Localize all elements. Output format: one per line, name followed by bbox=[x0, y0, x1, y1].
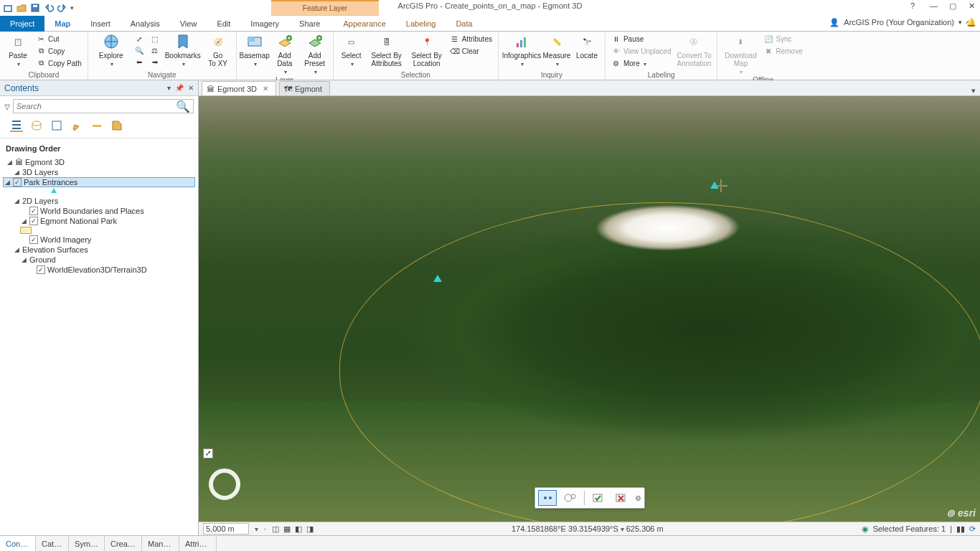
select-by-loc-button[interactable]: 📍Select By Location bbox=[408, 33, 446, 67]
point-tool-icon[interactable] bbox=[538, 490, 557, 506]
zoom-full-icon[interactable]: ⤢ bbox=[133, 33, 146, 44]
tab-analysis[interactable]: Analysis bbox=[121, 16, 170, 32]
layer-world-imagery[interactable]: ✓World Imagery bbox=[3, 235, 195, 245]
tab-view[interactable]: View bbox=[170, 16, 207, 32]
measure-button[interactable]: 📏Measure bbox=[543, 33, 570, 68]
redo-icon[interactable] bbox=[57, 2, 68, 14]
corrections-icon[interactable]: ◨ bbox=[306, 524, 314, 534]
layer-world-boundaries[interactable]: ✓World Boundaries and Places bbox=[3, 206, 195, 216]
tab-share[interactable]: Share bbox=[289, 16, 330, 32]
end-tool-icon[interactable] bbox=[561, 490, 580, 506]
list-by-snapping-icon[interactable] bbox=[90, 119, 103, 132]
checkbox[interactable]: ✓ bbox=[29, 235, 38, 244]
prev-extent-icon[interactable]: ⬅ bbox=[133, 56, 146, 67]
view-menu-icon[interactable]: ▾ bbox=[967, 86, 980, 95]
layer-egmont-np[interactable]: ◢✓Egmont National Park bbox=[3, 216, 195, 226]
cancel-tool-icon[interactable] bbox=[612, 490, 631, 506]
egmont-np-symbol[interactable] bbox=[3, 226, 195, 235]
grid-icon[interactable]: ▦ bbox=[283, 524, 291, 534]
new-project-icon[interactable] bbox=[2, 2, 14, 14]
open-project-icon[interactable] bbox=[16, 2, 27, 14]
list-by-labeling-icon[interactable] bbox=[110, 119, 123, 132]
scale-input[interactable]: 5,000 m bbox=[203, 523, 249, 534]
close-panel-icon[interactable]: ✕ bbox=[188, 84, 194, 92]
btab-attributes[interactable]: Attribut... bbox=[179, 536, 217, 552]
group-3d-layers[interactable]: ◢3D Layers bbox=[3, 167, 195, 177]
zoom-scale-icon[interactable]: ⚖ bbox=[149, 44, 161, 56]
float-icon[interactable]: ▾ bbox=[167, 84, 171, 92]
list-by-editing-icon[interactable] bbox=[70, 119, 83, 132]
sync-button[interactable]: 🔄Sync bbox=[762, 33, 804, 44]
add-data-button[interactable]: Add Data bbox=[271, 33, 298, 76]
pause-labels-button[interactable]: ⏸Pause bbox=[610, 33, 673, 44]
btab-symbology[interactable]: Symbol... bbox=[69, 536, 105, 552]
btab-catalog[interactable]: Catalog bbox=[36, 536, 69, 552]
btab-manage[interactable]: Manage... bbox=[142, 536, 179, 552]
tab-map[interactable]: Map bbox=[44, 16, 80, 32]
tab-project[interactable]: Project bbox=[0, 16, 44, 32]
close-tab-icon[interactable]: ✕ bbox=[263, 85, 268, 93]
tab-labeling[interactable]: Labeling bbox=[396, 16, 446, 32]
list-by-source-icon[interactable] bbox=[30, 119, 43, 132]
basemap-button[interactable]: Basemap bbox=[241, 33, 268, 68]
toolbar-settings-icon[interactable]: ⚙ bbox=[635, 494, 641, 502]
list-by-drawing-icon[interactable] bbox=[10, 119, 23, 132]
scene-node[interactable]: ◢🏛Egmont 3D bbox=[3, 157, 195, 167]
zoom-sel-icon[interactable]: ⬚ bbox=[149, 33, 161, 44]
snapping-icon[interactable]: ◧ bbox=[295, 524, 302, 534]
help-icon[interactable]: ? bbox=[910, 1, 919, 10]
scale-dropdown-icon[interactable]: ▾ bbox=[255, 525, 258, 533]
bookmarks-button[interactable]: Bookmarks bbox=[164, 33, 202, 68]
feature-marker[interactable] bbox=[433, 275, 442, 282]
zoom-fixed-icon[interactable]: 🔍 bbox=[133, 44, 146, 56]
scene-navigator[interactable] bbox=[209, 468, 240, 500]
close-icon[interactable]: ✕ bbox=[969, 1, 977, 10]
search-input[interactable] bbox=[17, 102, 176, 110]
user-info[interactable]: 👤 ArcGIS Pro (Your Organization) ▾ 🔔 bbox=[829, 16, 976, 29]
undo-icon[interactable] bbox=[43, 2, 55, 14]
group-elevation[interactable]: ◢Elevation Surfaces bbox=[3, 245, 195, 255]
search-icon[interactable]: 🔍 bbox=[176, 100, 190, 113]
select-button[interactable]: ▭Select bbox=[338, 33, 365, 68]
filter-icon[interactable]: ▿ bbox=[4, 100, 10, 113]
checkbox[interactable]: ✓ bbox=[37, 265, 45, 274]
btab-contents[interactable]: Contents bbox=[0, 536, 36, 552]
attributes-button[interactable]: ☰Attributes bbox=[448, 33, 494, 44]
paste-button[interactable]: 📋Paste bbox=[4, 33, 32, 68]
checkbox[interactable]: ✓ bbox=[29, 207, 38, 215]
infographics-button[interactable]: Infographics bbox=[503, 33, 540, 68]
checkbox[interactable]: ✓ bbox=[29, 217, 38, 225]
refresh-icon[interactable]: ⟳ bbox=[969, 524, 976, 534]
search-box[interactable]: 🔍 bbox=[13, 99, 194, 113]
tab-imagery[interactable]: Imagery bbox=[240, 16, 289, 32]
save-icon[interactable] bbox=[29, 2, 41, 14]
tab-insert[interactable]: Insert bbox=[80, 16, 121, 32]
convert-anno-button[interactable]: ⒶConvert To Annotation bbox=[675, 33, 712, 67]
checkbox[interactable]: ✓ bbox=[13, 178, 22, 187]
park-entrances-symbol[interactable] bbox=[3, 187, 195, 196]
constraints-icon[interactable]: ◫ bbox=[272, 524, 279, 534]
minimize-icon[interactable]: — bbox=[930, 1, 938, 10]
ground-node[interactable]: ◢Ground bbox=[3, 255, 195, 265]
selection-chip-icon[interactable]: ◉ bbox=[862, 524, 869, 534]
copy-button[interactable]: ⧉Copy bbox=[34, 45, 83, 57]
maximize-icon[interactable]: ▢ bbox=[949, 1, 958, 10]
group-2d-layers[interactable]: ◢2D Layers bbox=[3, 196, 195, 206]
view-tab-egmont[interactable]: 🗺Egmont bbox=[279, 81, 330, 95]
tab-appearance[interactable]: Appearance bbox=[333, 16, 395, 32]
view-unplaced-button[interactable]: 👁View Unplaced bbox=[610, 45, 673, 57]
more-labeling-button[interactable]: ⚙More bbox=[610, 57, 673, 69]
select-by-attr-button[interactable]: 🗄Select By Attributes bbox=[368, 33, 405, 67]
expand-navigator-icon[interactable]: ⤢ bbox=[203, 448, 213, 458]
locate-button[interactable]: 🔭Locate bbox=[573, 33, 600, 60]
layer-terrain3d[interactable]: ✓WorldElevation3D/Terrain3D bbox=[3, 265, 195, 275]
download-map-button[interactable]: ⬇Download Map bbox=[722, 33, 759, 76]
btab-create-features[interactable]: Create F... bbox=[105, 536, 142, 552]
scene-view[interactable]: ⤢ ⚙ ⊚esri bbox=[199, 96, 980, 522]
tab-data[interactable]: Data bbox=[446, 16, 482, 32]
tab-edit[interactable]: Edit bbox=[207, 16, 240, 32]
pause-draw-icon[interactable]: ▮▮ bbox=[956, 524, 965, 534]
next-extent-icon[interactable]: ➡ bbox=[149, 56, 161, 67]
clear-button[interactable]: ⌫Clear bbox=[448, 45, 494, 57]
goto-xy-button[interactable]: 🧭Go To XY bbox=[204, 33, 232, 67]
